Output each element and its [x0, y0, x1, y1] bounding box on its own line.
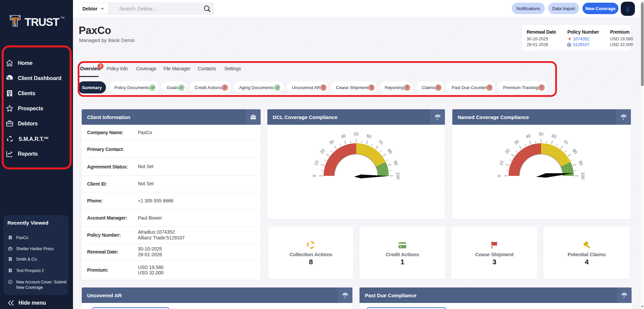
svg-text:20: 20: [319, 148, 326, 155]
svg-text:60: 60: [551, 133, 557, 140]
svg-text:80: 80: [386, 148, 393, 155]
svg-text:50: 50: [539, 131, 543, 137]
svg-text:0: 0: [497, 175, 502, 177]
svg-text:40: 40: [340, 133, 346, 140]
svg-text:TM: TM: [61, 16, 65, 19]
svg-text:10: 10: [498, 160, 505, 166]
svg-text:10: 10: [313, 160, 320, 166]
svg-text:0: 0: [312, 175, 317, 177]
svg-text:30: 30: [328, 139, 335, 146]
svg-text:50: 50: [354, 131, 358, 137]
svg-text:TRUST: TRUST: [25, 16, 60, 28]
svg-text:20: 20: [504, 148, 511, 155]
svg-text:40: 40: [525, 133, 531, 140]
svg-text:100: 100: [395, 172, 401, 180]
svg-text:100: 100: [580, 172, 585, 180]
svg-text:70: 70: [377, 139, 384, 146]
svg-text:60: 60: [366, 133, 372, 140]
svg-text:70: 70: [562, 139, 569, 146]
svg-text:80: 80: [571, 148, 578, 155]
svg-text:90: 90: [393, 160, 399, 166]
svg-text:30: 30: [513, 139, 520, 146]
svg-text:90: 90: [578, 160, 584, 166]
